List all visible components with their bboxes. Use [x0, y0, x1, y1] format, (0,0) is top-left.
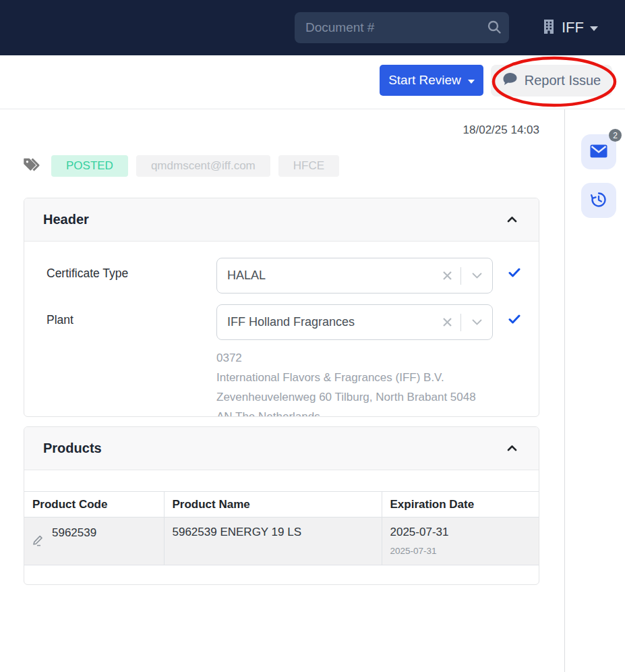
plant-field: Plant IFF Holland Fragrances — [47, 304, 539, 340]
certificate-type-value: HALAL — [217, 269, 434, 283]
header-card-header: Header — [24, 198, 539, 242]
plant-select[interactable]: IFF Holland Fragrances — [216, 304, 493, 340]
expiration-date-value: 2025-07-31 — [390, 526, 531, 539]
products-table: Product Code Product Name Expiration Dat… — [24, 491, 539, 565]
clear-icon[interactable] — [434, 305, 460, 339]
products-card-title: Products — [43, 441, 102, 456]
confirm-certificate-type-button[interactable] — [508, 268, 520, 279]
plant-code-badge: HFCE — [278, 155, 339, 177]
chevron-down-icon[interactable] — [461, 258, 492, 293]
plant-value: IFF Holland Fragrances — [217, 315, 434, 329]
expiration-date-secondary: 2025-07-31 — [390, 546, 531, 556]
certificate-type-select[interactable]: HALAL — [216, 258, 493, 293]
chevron-up-icon — [507, 443, 517, 453]
plant-detail-line: 0372 — [216, 348, 539, 368]
confirm-plant-button[interactable] — [508, 314, 520, 326]
product-name-cell: 5962539 ENERGY 19 LS — [164, 517, 382, 565]
messages-count-badge: 2 — [609, 129, 622, 142]
plant-detail-line: Zevenheuvelenweg 60 Tilburg, North Braba… — [216, 387, 539, 407]
search-button[interactable] — [479, 12, 509, 43]
pencil-icon — [32, 534, 44, 549]
envelope-icon — [590, 144, 607, 160]
start-review-label: Start Review — [388, 73, 461, 88]
plant-label: Plant — [47, 304, 216, 327]
status-badge: POSTED — [51, 155, 128, 177]
products-card: Products Product Code Product Name Expir… — [24, 426, 539, 585]
column-product-code: Product Code — [24, 492, 164, 517]
expiration-date-cell: 2025-07-31 2025-07-31 — [382, 517, 539, 565]
table-header-row: Product Code Product Name Expiration Dat… — [24, 492, 539, 517]
document-timestamp: 18/02/25 14:03 — [463, 123, 539, 137]
product-code-value: 5962539 — [52, 526, 96, 540]
report-issue-button[interactable]: Report Issue — [491, 65, 612, 96]
check-icon — [508, 314, 520, 326]
document-search — [295, 12, 509, 43]
plant-detail-line: AN The Netherlands — [216, 407, 539, 417]
action-toolbar: Start Review Report Issue — [0, 55, 625, 109]
certificate-type-label: Certificate Type — [47, 258, 216, 281]
chevron-up-icon — [507, 215, 517, 225]
chevron-down-icon[interactable] — [461, 305, 492, 339]
main-content: 18/02/25 14:03 POSTED qmdmscent@iff.com … — [0, 109, 625, 672]
collapse-header-button[interactable] — [504, 212, 520, 227]
owner-badge: qmdmscent@iff.com — [136, 155, 270, 177]
column-expiration-date: Expiration Date — [382, 492, 539, 517]
tags-icon — [22, 155, 43, 177]
building-icon — [542, 18, 556, 37]
products-card-header: Products — [24, 427, 539, 470]
column-product-name: Product Name — [164, 492, 382, 517]
header-card: Header Certificate Type HALAL — [24, 198, 539, 417]
report-issue-label: Report Issue — [525, 73, 601, 88]
edit-product-button[interactable] — [32, 534, 44, 549]
collapse-products-button[interactable] — [504, 441, 520, 456]
header-card-title: Header — [43, 212, 89, 227]
org-menu[interactable]: IFF — [542, 0, 598, 55]
search-icon — [487, 20, 502, 36]
clear-icon[interactable] — [434, 258, 460, 293]
chevron-down-icon — [468, 80, 475, 84]
plant-details: 0372 International Flavors & Fragrances … — [216, 348, 539, 417]
table-row: 5962539 5962539 ENERGY 19 LS 2025-07-31 … — [24, 517, 539, 565]
messages-button[interactable]: 2 — [581, 134, 616, 169]
search-input[interactable] — [295, 20, 479, 35]
sidebar-divider — [564, 109, 565, 672]
header-card-body: Certificate Type HALAL — [24, 242, 539, 417]
plant-detail-line: International Flavors & Fragrances (IFF)… — [216, 368, 539, 387]
chevron-down-icon — [590, 26, 598, 31]
org-label: IFF — [562, 19, 584, 36]
history-button[interactable] — [581, 183, 616, 218]
top-navbar: IFF — [0, 0, 625, 55]
speech-bubble-icon — [502, 72, 518, 90]
check-icon — [508, 268, 520, 279]
certificate-type-field: Certificate Type HALAL — [47, 258, 539, 293]
start-review-button[interactable]: Start Review — [380, 65, 483, 96]
product-code-cell: 5962539 — [24, 517, 164, 565]
history-clock-icon — [590, 191, 607, 211]
tags-row: POSTED qmdmscent@iff.com HFCE — [22, 155, 339, 177]
